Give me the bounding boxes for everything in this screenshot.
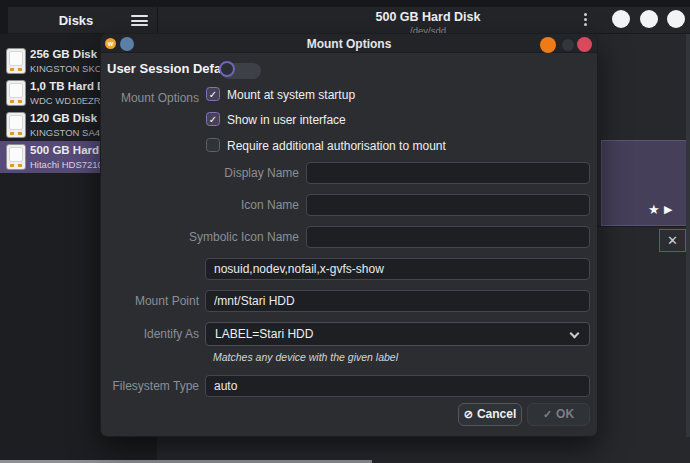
chevron-down-icon [570,329,580,339]
dialog-titlebar[interactable]: w Mount Options [101,34,597,53]
drive-icon [6,48,26,74]
toggle-knob [219,61,235,77]
checkbox-mount-at-startup[interactable]: ✓ [206,87,220,101]
checkbox-label: Show in user interface [227,113,346,127]
drive-icon [6,80,26,106]
window-button-1[interactable] [612,10,630,28]
disks-app-window: Disks 500 GB Hard Disk /dev/sdd 256 GB D… [0,0,690,463]
identify-as-select[interactable]: LABEL=Stari HDD [205,322,590,346]
header-divider [157,7,158,33]
identify-as-label: Identify As [101,327,199,341]
app-title: Disks [26,13,126,28]
window-button-3[interactable] [667,10,685,28]
checkbox-require-auth[interactable] [206,138,220,152]
filesystem-type-label: Filesystem Type [101,379,199,393]
window-top-edge [0,0,690,7]
identify-as-hint: Matches any device with the given label [213,351,398,363]
kebab-menu-icon[interactable] [584,13,588,27]
symbolic-icon-name-label: Symbolic Icon Name [161,230,299,244]
hamburger-menu-icon[interactable] [131,15,148,26]
identify-as-value: LABEL=Stari HDD [215,327,313,341]
mount-options-label: Mount Options [101,91,199,105]
checkbox-show-in-ui[interactable]: ✓ [206,112,220,126]
device-title: 500 GB Hard Disk [348,10,508,24]
window-corner [0,0,8,33]
close-button[interactable]: ✕ [659,229,686,252]
play-icon: ▶ [664,203,672,216]
user-session-defaults-toggle[interactable] [221,63,261,79]
volume-segment[interactable] [601,140,686,226]
checkbox-label: Mount at system startup [227,88,355,102]
window-button-2[interactable] [640,10,658,28]
icon-name-label: Icon Name [161,198,299,212]
symbolic-icon-name-input[interactable] [306,226,590,248]
volumes-divider [598,226,690,227]
ok-check-icon: ✓ [543,408,552,420]
minimize-button[interactable] [540,37,556,53]
drive-icon [6,144,26,170]
filesystem-type-input[interactable] [205,375,590,397]
ok-button-label: OK [556,407,574,421]
dialog-title: Mount Options [101,37,597,51]
display-name-input[interactable] [306,162,590,184]
cancel-icon: ⊘ [464,408,473,420]
scrollbar[interactable] [686,34,690,437]
maximize-button[interactable] [562,39,574,51]
mount-point-input[interactable] [205,290,590,312]
icon-name-input[interactable] [306,194,590,216]
cancel-button-label: Cancel [477,407,516,421]
drive-icon [6,112,26,138]
ok-button[interactable]: ✓OK [527,403,590,426]
display-name-label: Display Name [161,166,299,180]
close-dialog-button[interactable] [577,37,592,52]
mount-options-input[interactable] [205,258,590,280]
checkbox-label: Require additional authorisation to moun… [227,139,446,153]
star-icon: ★ [648,202,660,217]
mount-options-dialog: w Mount Options User Session Defaults Mo… [100,33,598,437]
cancel-button[interactable]: ⊘Cancel [458,403,522,426]
mount-point-label: Mount Point [101,294,199,308]
